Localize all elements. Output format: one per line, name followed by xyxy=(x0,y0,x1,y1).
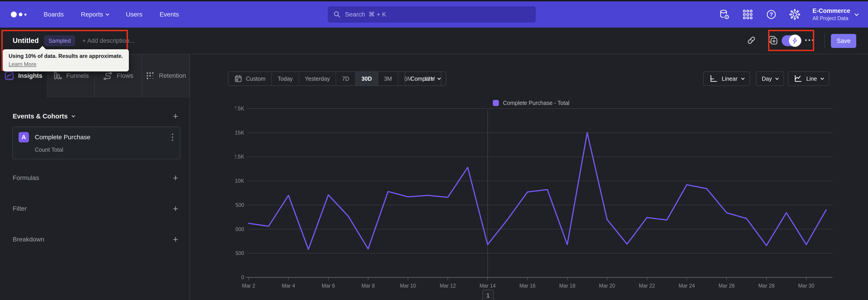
nav-item-reports[interactable]: Reports xyxy=(81,11,109,18)
tab-label: Funnels xyxy=(66,72,89,79)
section-label: Events & Cohorts xyxy=(13,113,68,120)
interval-selector[interactable]: Day xyxy=(756,71,784,86)
event-name[interactable]: Complete Purchase xyxy=(35,133,171,141)
add-filter-button[interactable]: + xyxy=(173,204,178,213)
line-chart-icon xyxy=(794,74,802,83)
compare-label: Compare xyxy=(410,76,434,82)
nav-item-label: Events xyxy=(160,11,179,18)
chevron-down-icon xyxy=(775,76,779,80)
breakdown-section: Breakdown + xyxy=(0,235,189,244)
range-label: Today xyxy=(278,76,293,82)
top-navbar: Boards Reports Users Events ? E-Commerce xyxy=(0,1,868,28)
chart-type-label: Line xyxy=(806,76,817,82)
range-label: Yesterday xyxy=(305,76,330,82)
chart-type-selector[interactable]: Line xyxy=(788,71,829,86)
app-window: Boards Reports Users Events ? E-Commerce xyxy=(0,0,868,300)
project-switcher[interactable]: E-Commerce All Project Data xyxy=(812,7,858,22)
svg-text:15K: 15K xyxy=(235,130,244,136)
svg-text:Mar 14: Mar 14 xyxy=(479,283,496,289)
add-description-field[interactable]: + Add description... xyxy=(82,37,134,44)
chevron-down-icon xyxy=(72,114,75,117)
add-to-board-icon[interactable] xyxy=(767,34,779,47)
tab-retention[interactable]: Retention xyxy=(142,54,189,97)
chart-legend[interactable]: Complete Purchase - Total xyxy=(493,100,569,106)
svg-text:Mar 24: Mar 24 xyxy=(679,283,695,289)
events-cohorts-header[interactable]: Events & Cohorts xyxy=(13,113,74,120)
svg-text:5,000: 5,000 xyxy=(235,226,244,232)
breakdown-label: Breakdown xyxy=(13,236,44,243)
svg-text:Mar 16: Mar 16 xyxy=(520,283,536,289)
compare-button[interactable]: Compare xyxy=(405,71,446,86)
svg-text:Mar 8: Mar 8 xyxy=(362,283,375,289)
mixpanel-logo[interactable] xyxy=(11,11,26,18)
save-button[interactable]: Save xyxy=(831,34,856,48)
range-yesterday[interactable]: Yesterday xyxy=(299,72,336,86)
nav-item-label: Users xyxy=(126,11,143,18)
range-label: 7D xyxy=(342,76,349,82)
range-7d[interactable]: 7D xyxy=(336,72,355,86)
filter-section: Filter + xyxy=(0,204,189,213)
range-label: 3M xyxy=(384,76,392,82)
event-metric-selector[interactable]: Count Total xyxy=(35,147,174,153)
svg-text:10K: 10K xyxy=(235,178,244,184)
event-row-complete-purchase[interactable]: A Complete Purchase Count Total xyxy=(12,127,180,159)
divider xyxy=(825,33,825,48)
svg-text:Mar 4: Mar 4 xyxy=(282,283,295,289)
add-event-button[interactable]: + xyxy=(173,112,178,121)
range-30d[interactable]: 30D xyxy=(355,72,378,86)
report-header-bar: Untitled Sampled + Add description... Sa… xyxy=(0,28,868,54)
fast-query-toggle[interactable] xyxy=(782,35,802,46)
help-icon[interactable]: ? xyxy=(765,8,777,20)
svg-text:Mar 30: Mar 30 xyxy=(798,283,814,289)
chevron-down-icon xyxy=(437,76,441,80)
svg-text:Mar 28: Mar 28 xyxy=(758,283,775,289)
legend-label: Complete Purchase - Total xyxy=(503,100,569,106)
nav-item-label: Reports xyxy=(81,11,103,18)
svg-text:Mar 18: Mar 18 xyxy=(559,283,576,289)
svg-text:Mar 6: Mar 6 xyxy=(322,283,335,289)
search-icon xyxy=(333,11,341,18)
add-breakdown-button[interactable]: + xyxy=(173,235,178,244)
svg-text:0: 0 xyxy=(241,274,244,280)
sampled-badge[interactable]: Sampled xyxy=(44,36,74,46)
nav-item-users[interactable]: Users xyxy=(126,11,143,18)
global-search[interactable] xyxy=(328,6,536,23)
report-title[interactable]: Untitled xyxy=(13,37,39,45)
pagination-page-1[interactable]: 1 xyxy=(483,290,494,300)
nav-item-boards[interactable]: Boards xyxy=(43,11,64,18)
svg-text:Mar 22: Mar 22 xyxy=(639,283,655,289)
svg-text:Mar 12: Mar 12 xyxy=(440,283,456,289)
sampling-tooltip: Using 10% of data. Results are approxima… xyxy=(3,49,129,71)
learn-more-link[interactable]: Learn More xyxy=(8,61,36,67)
data-management-icon[interactable] xyxy=(718,8,730,20)
apps-grid-icon[interactable] xyxy=(742,8,754,20)
range-today[interactable]: Today xyxy=(272,72,299,86)
funnels-icon xyxy=(53,71,62,81)
navbar-right-cluster: ? E-Commerce All Project Data xyxy=(718,1,858,28)
formulas-label: Formulas xyxy=(13,174,39,182)
event-kebab-menu[interactable] xyxy=(171,133,174,142)
range-3m[interactable]: 3M xyxy=(378,72,398,86)
svg-text:2,500: 2,500 xyxy=(235,250,244,256)
nav-item-events[interactable]: Events xyxy=(160,11,179,18)
svg-text:Mar 20: Mar 20 xyxy=(599,283,615,289)
svg-text:12.5K: 12.5K xyxy=(235,154,244,160)
tab-label: Insights xyxy=(18,72,42,79)
scale-selector[interactable]: Linear xyxy=(703,71,750,86)
copy-link-icon[interactable] xyxy=(745,34,758,47)
settings-gear-icon[interactable] xyxy=(789,8,801,20)
tooltip-text: Using 10% of data. Results are approxima… xyxy=(8,53,123,59)
range-custom[interactable]: Custom xyxy=(228,72,272,86)
add-formula-button[interactable]: + xyxy=(173,173,178,182)
query-builder-sidebar: Insights Funnels Flows Retention Events … xyxy=(0,54,190,300)
svg-text:?: ? xyxy=(770,11,773,18)
scale-label: Linear xyxy=(722,76,738,82)
tab-label: Retention xyxy=(159,72,186,79)
project-scope: All Project Data xyxy=(812,16,850,22)
search-input[interactable] xyxy=(345,11,530,18)
more-options-button[interactable] xyxy=(805,39,813,41)
range-label: Custom xyxy=(246,76,266,82)
interval-label: Day xyxy=(762,76,772,82)
svg-text:7,500: 7,500 xyxy=(235,202,244,208)
tab-label: Flows xyxy=(117,72,133,79)
